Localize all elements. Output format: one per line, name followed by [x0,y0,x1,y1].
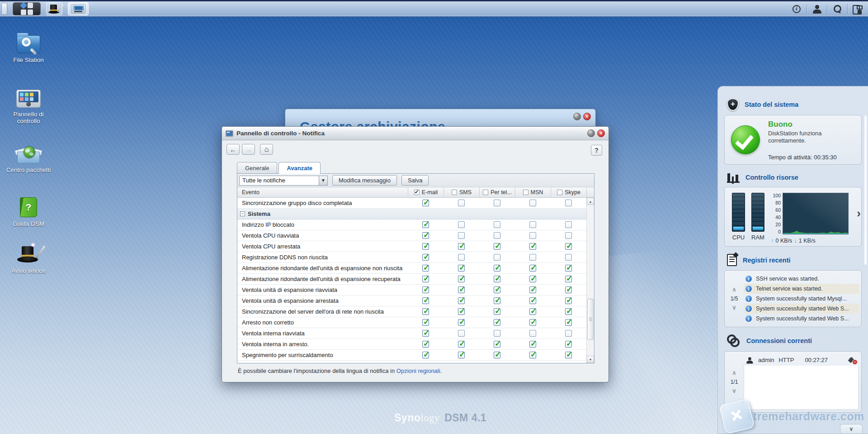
collapse-icon[interactable]: − [240,211,245,216]
notification-checkbox[interactable] [494,254,500,261]
table-row[interactable]: Spegnimento per surriscaldamento [237,350,586,361]
notification-checkbox[interactable] [529,352,536,358]
scroll-up-icon[interactable]: ▲ [587,198,594,205]
notification-checkbox[interactable] [458,352,465,358]
log-entry[interactable]: iSSH service was started. [744,274,859,284]
system-health-panel[interactable]: Buono DiskStation funziona correttamente… [724,115,862,165]
column-checkbox[interactable] [483,190,488,195]
notification-checkbox[interactable] [494,352,500,358]
notification-checkbox[interactable] [458,232,465,239]
minimize-button[interactable] [573,113,581,120]
column-header-per-tel[interactable]: Per tel... [479,187,515,197]
log-entry[interactable]: iSystem successfully started Mysql... [744,294,859,304]
notification-checkbox[interactable] [565,243,572,250]
page-up-icon[interactable]: ∧ [732,287,736,292]
notification-checkbox[interactable] [458,286,465,293]
resource-monitor-panel[interactable]: CPU RAM 100806040200 ↑ 0 KB/s ↓ 1 KB/s [724,187,862,247]
notification-checkbox[interactable] [529,319,536,326]
notification-checkbox[interactable] [422,265,429,272]
notification-checkbox[interactable] [565,286,572,293]
search-button[interactable] [831,3,843,15]
notification-checkbox[interactable] [494,200,500,206]
notification-checkbox[interactable] [565,330,572,337]
notification-checkbox[interactable] [458,265,465,272]
notification-checkbox[interactable] [458,200,465,206]
notification-checkbox[interactable] [529,221,536,228]
notification-checkbox[interactable] [529,297,536,304]
connection-row[interactable]: admin HTTP 00:27:27 [744,354,859,366]
column-header-sms[interactable]: SMS [443,187,479,197]
table-row[interactable]: Ventola interna riavviata [237,328,586,339]
notification-checkbox[interactable] [565,232,572,239]
desktop-icon-quick-start[interactable]: Avvio veloce [4,239,53,274]
user-menu-button[interactable] [811,3,823,15]
sidebar-collapse-button[interactable]: ∨ [840,424,863,434]
notification-checkbox[interactable] [529,254,536,261]
table-row[interactable]: Ventola CPU riavviata [237,230,586,241]
column-checkbox[interactable] [414,190,420,195]
notification-checkbox[interactable] [565,265,572,272]
notification-checkbox[interactable] [458,243,465,250]
open-resource-monitor-chevron[interactable]: › [857,206,861,220]
notification-checkbox[interactable] [458,330,465,337]
edit-message-button[interactable]: Modifica messaggio [332,175,397,186]
table-row[interactable]: Sincronizzazione del server dell'ora di … [237,306,586,317]
notification-checkbox[interactable] [422,254,429,261]
notification-checkbox[interactable] [529,286,536,293]
notification-checkbox[interactable] [494,308,500,315]
desktop-icon-control-panel[interactable]: Pannello di controllo [4,82,53,124]
notification-checkbox[interactable] [458,341,465,348]
table-row[interactable]: Ventola unità di espansione riavviata [237,285,586,296]
notification-checkbox[interactable] [422,221,429,228]
log-entry[interactable]: iTelnet service was started. [744,284,859,294]
notification-checkbox[interactable] [494,221,500,228]
table-row[interactable]: Alimentazione ridondante dell'unità di e… [237,263,586,274]
table-row[interactable]: Indirizzo IP bloccato [237,219,586,230]
minimize-button[interactable] [587,129,595,137]
notification-checkbox[interactable] [565,276,572,282]
notification-checkbox[interactable] [494,330,500,337]
column-checkbox[interactable] [557,190,562,195]
quick-launch-button[interactable] [46,2,62,15]
notification-checkbox[interactable] [422,341,429,348]
notification-checkbox[interactable] [422,232,429,239]
column-checkbox[interactable] [452,190,457,195]
notification-checkbox[interactable] [565,254,572,261]
pilot-info-button[interactable]: i [791,3,802,15]
notification-checkbox[interactable] [422,286,429,293]
tab-generale[interactable]: Generale [237,162,277,173]
notification-checkbox[interactable] [494,286,500,293]
table-row[interactable]: Ventola CPU arrestata [237,241,586,252]
notification-checkbox[interactable] [458,297,465,304]
notification-checkbox[interactable] [494,232,500,239]
notification-checkbox[interactable] [529,276,536,282]
taskbar-window-button[interactable] [68,2,89,15]
close-icon[interactable]: × [597,129,605,137]
save-button[interactable]: Salva [401,175,429,186]
notification-filter-select[interactable]: Tutte le notifiche ▼ [239,176,328,186]
widgets-button[interactable] [852,3,863,15]
table-row[interactable]: Ventola unità di espansione arrestata [237,296,586,306]
notification-checkbox[interactable] [422,308,429,315]
scrollbar-thumb[interactable] [587,299,594,340]
desktop-icon-dsm-help[interactable]: ? Guida DSM [4,192,53,227]
notification-checkbox[interactable] [529,243,536,250]
scroll-down-icon[interactable]: ▼ [587,356,594,363]
forward-button[interactable]: → [242,144,255,155]
table-group-row[interactable]: −Sistema [237,209,586,219]
regional-options-link[interactable]: Opzioni regionali [396,367,440,374]
notification-checkbox[interactable] [529,341,536,348]
dialog-titlebar[interactable]: Pannello di controllo - Notifica × [222,127,609,140]
notification-checkbox[interactable] [458,221,465,228]
notification-checkbox[interactable] [529,308,536,315]
sidebar-scrollbar[interactable] [864,115,867,265]
notification-checkbox[interactable] [565,221,572,228]
notification-checkbox[interactable] [422,330,429,337]
column-checkbox[interactable] [523,190,528,195]
notification-checkbox[interactable] [458,308,465,315]
main-menu-button[interactable] [13,2,41,15]
notification-checkbox[interactable] [529,330,536,337]
notification-checkbox[interactable] [494,265,500,272]
disconnect-icon[interactable] [849,357,857,363]
table-row[interactable]: Alimentazione ridondante dell'unità di e… [237,274,586,285]
